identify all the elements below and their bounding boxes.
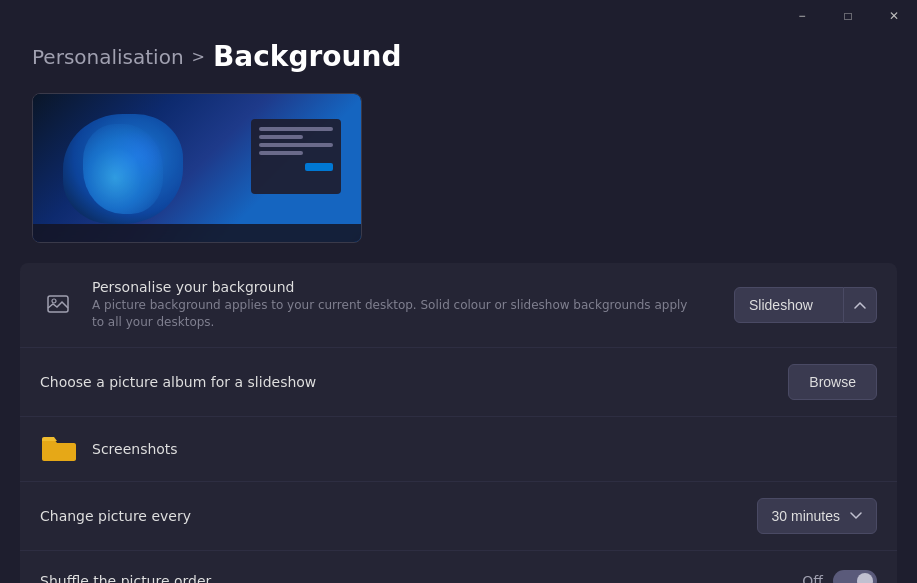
change-picture-text: Change picture every: [40, 508, 757, 524]
change-picture-control: 30 minutes: [757, 498, 877, 534]
toggle-thumb: [857, 573, 873, 583]
wallpaper-preview: [32, 93, 362, 243]
settings-content: Personalise your background A picture ba…: [20, 263, 897, 583]
preview-line-1: [259, 127, 333, 131]
shuffle-text: Shuffle the picture order: [40, 573, 802, 583]
preview-line-4: [259, 151, 303, 155]
preview-desktop-bg: [33, 94, 361, 242]
chevron-up-icon: [854, 301, 866, 309]
choose-album-title: Choose a picture album for a slideshow: [40, 374, 788, 390]
toggle-track: [833, 570, 877, 583]
shuffle-row: Shuffle the picture order Off: [20, 551, 897, 583]
interval-chevron-icon: [850, 512, 862, 520]
browse-button[interactable]: Browse: [788, 364, 877, 400]
svg-point-1: [52, 299, 56, 303]
title-bar: − □ ✕: [779, 0, 917, 32]
shuffle-title: Shuffle the picture order: [40, 573, 802, 583]
preview-modal-decoration: [251, 119, 341, 194]
choose-album-row: Choose a picture album for a slideshow B…: [20, 348, 897, 417]
settings-card: Personalise your background A picture ba…: [20, 263, 897, 583]
choose-album-control: Browse: [788, 364, 877, 400]
preview-line-2: [259, 135, 303, 139]
interval-value: 30 minutes: [772, 508, 840, 524]
screenshots-folder-row: Screenshots: [20, 417, 897, 482]
preview-swirl-decoration: [63, 114, 183, 224]
page-title: Background: [213, 40, 401, 73]
personalise-background-row: Personalise your background A picture ba…: [20, 263, 897, 348]
breadcrumb-parent[interactable]: Personalisation: [32, 45, 184, 69]
change-picture-row: Change picture every 30 minutes: [20, 482, 897, 551]
choose-album-text: Choose a picture album for a slideshow: [40, 374, 788, 390]
close-button[interactable]: ✕: [871, 0, 917, 32]
personalise-subtitle: A picture background applies to your cur…: [92, 297, 692, 331]
interval-dropdown[interactable]: 30 minutes: [757, 498, 877, 534]
minimize-button[interactable]: −: [779, 0, 825, 32]
preview-taskbar: [33, 224, 361, 242]
change-picture-title: Change picture every: [40, 508, 757, 524]
background-type-dropdown[interactable]: Slideshow: [734, 287, 844, 323]
breadcrumb-separator: >: [192, 47, 205, 66]
shuffle-toggle-label: Off: [802, 573, 823, 583]
personalise-title: Personalise your background: [92, 279, 734, 295]
background-type-chevron-up[interactable]: [844, 287, 877, 323]
shuffle-toggle[interactable]: [833, 570, 877, 583]
shuffle-control: Off: [802, 570, 877, 583]
personalise-control: Slideshow: [734, 287, 877, 323]
personalise-row-text: Personalise your background A picture ba…: [92, 279, 734, 331]
folder-name: Screenshots: [92, 441, 178, 457]
background-icon: [40, 287, 76, 323]
maximize-button[interactable]: □: [825, 0, 871, 32]
preview-line-3: [259, 143, 333, 147]
preview-btn-decoration: [305, 163, 333, 171]
folder-icon: [40, 433, 80, 465]
